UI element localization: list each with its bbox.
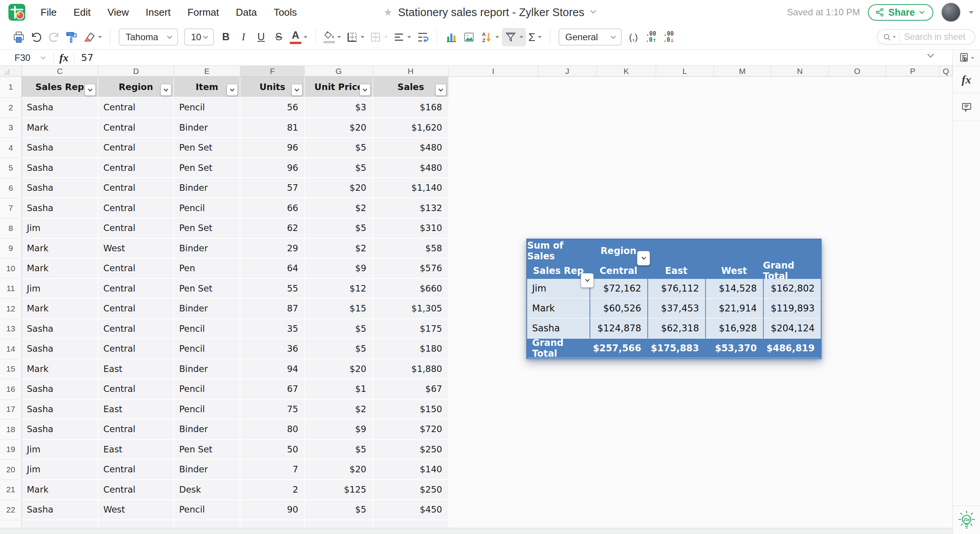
- grid-cell[interactable]: $12: [305, 279, 373, 299]
- grid-cell[interactable]: 87: [240, 299, 305, 319]
- grid-cell[interactable]: 62: [240, 218, 305, 239]
- grid-cell[interactable]: 50: [240, 440, 305, 460]
- grid-cell[interactable]: $5: [305, 500, 373, 520]
- grid-cell[interactable]: 56: [240, 98, 305, 118]
- row-header-15[interactable]: 15: [0, 359, 22, 380]
- namebox-chevron-icon[interactable]: [40, 54, 46, 61]
- grid-cell[interactable]: Mark: [22, 480, 98, 500]
- pivot-value-cell[interactable]: $204,124: [763, 319, 821, 339]
- grid-cell[interactable]: 35: [240, 319, 305, 339]
- grid-cell[interactable]: $67: [373, 379, 449, 400]
- grid-cell[interactable]: Jim: [22, 460, 98, 480]
- row-header-16[interactable]: 16: [0, 379, 22, 400]
- grid-cell[interactable]: Central: [98, 319, 174, 339]
- grid-cell[interactable]: Pencil: [174, 500, 240, 520]
- strikethrough-button[interactable]: S: [270, 28, 287, 46]
- search-input[interactable]: [900, 32, 975, 42]
- grid-cell[interactable]: 64: [240, 259, 305, 279]
- bold-button[interactable]: B: [217, 28, 235, 46]
- favorite-star-icon[interactable]: ★: [384, 7, 393, 18]
- grid-cell[interactable]: $720: [373, 419, 449, 440]
- grid-cell[interactable]: Jim: [22, 279, 98, 299]
- grid-cell[interactable]: Sasha: [22, 419, 98, 440]
- grid-cell[interactable]: Mark: [22, 359, 98, 380]
- view-options-button[interactable]: [953, 50, 980, 66]
- comments-panel-tab[interactable]: [953, 93, 980, 121]
- italic-button[interactable]: I: [235, 28, 252, 46]
- grid-cell[interactable]: 57: [240, 178, 305, 198]
- column-header-L[interactable]: L: [656, 66, 714, 76]
- column-header-N[interactable]: N: [771, 66, 829, 76]
- redo-button[interactable]: [45, 28, 63, 46]
- grid-cell[interactable]: 55: [240, 279, 305, 299]
- grid-cell[interactable]: Pen Set: [174, 138, 240, 158]
- grid-cell[interactable]: Mark: [22, 259, 98, 279]
- grid-cell[interactable]: 94: [240, 359, 305, 380]
- grid-cell[interactable]: Sasha: [22, 319, 98, 339]
- grid-cell[interactable]: Pencil: [174, 98, 240, 118]
- menu-view[interactable]: View: [108, 7, 129, 18]
- formula-input[interactable]: 57: [74, 52, 93, 63]
- grid-cell[interactable]: $150: [373, 400, 449, 420]
- grid-cell[interactable]: $1: [305, 379, 373, 400]
- grid-cell[interactable]: $576: [373, 259, 449, 279]
- row-header-6[interactable]: 6: [0, 178, 22, 198]
- grid-cell[interactable]: $20: [305, 118, 373, 138]
- grid-cell[interactable]: $2: [305, 198, 373, 219]
- grid-cell[interactable]: Central: [98, 198, 174, 219]
- grid-cell[interactable]: Binder: [174, 299, 240, 319]
- row-header-10[interactable]: 10: [0, 259, 22, 279]
- grid-cell[interactable]: Pencil: [174, 400, 240, 420]
- insert-chart-button[interactable]: [443, 28, 460, 46]
- grid-cell[interactable]: Sasha: [22, 500, 98, 520]
- column-header-I[interactable]: I: [449, 66, 538, 76]
- grid-cell[interactable]: $2: [305, 239, 373, 259]
- row-header-2[interactable]: 2: [0, 98, 22, 118]
- grid-cell[interactable]: $9: [305, 259, 373, 279]
- grid-cell[interactable]: East: [98, 440, 174, 460]
- increase-decimal-button[interactable]: .00.0↑: [642, 28, 660, 46]
- column-header-O[interactable]: O: [829, 66, 886, 76]
- table-header-item[interactable]: Item: [174, 77, 240, 98]
- grid-cell[interactable]: Pen Set: [174, 158, 240, 179]
- grid-cell[interactable]: $250: [373, 480, 449, 500]
- grid-cell[interactable]: $1,880: [373, 359, 449, 380]
- grid-cell[interactable]: Central: [98, 419, 174, 440]
- pivot-row-label[interactable]: Jim: [527, 279, 590, 299]
- grid-cell[interactable]: $5: [305, 218, 373, 239]
- grid-cell[interactable]: West: [98, 500, 174, 520]
- grid-cell[interactable]: Central: [98, 299, 174, 319]
- grid-cell[interactable]: Central: [98, 138, 174, 158]
- borders-button[interactable]: [344, 28, 367, 46]
- filter-dropdown-button[interactable]: [160, 84, 172, 96]
- grid-cell[interactable]: $175: [373, 319, 449, 339]
- row-header-19[interactable]: 19: [0, 440, 22, 460]
- row-header-13[interactable]: 13: [0, 319, 22, 339]
- grid-cell[interactable]: Sasha: [22, 98, 98, 118]
- grid-cell[interactable]: Sasha: [22, 339, 98, 359]
- grid-cell[interactable]: $20: [305, 460, 373, 480]
- grid-cell[interactable]: $140: [373, 460, 449, 480]
- pivot-value-cell[interactable]: $16,928: [705, 319, 763, 339]
- grid-cell[interactable]: Jim: [22, 218, 98, 239]
- table-header-sales-rep[interactable]: Sales Rep: [22, 77, 98, 98]
- pivot-value-cell[interactable]: $72,162: [590, 279, 647, 299]
- share-button[interactable]: Share: [868, 4, 933, 21]
- grid-cell[interactable]: Binder: [174, 460, 240, 480]
- grid-cell[interactable]: 7: [240, 460, 305, 480]
- grid-cell[interactable]: Sasha: [22, 178, 98, 198]
- sort-button[interactable]: A Z: [478, 28, 502, 46]
- grid-cell[interactable]: $5: [305, 138, 373, 158]
- grid-cell[interactable]: $1,305: [373, 299, 449, 319]
- grid-cell[interactable]: $20: [305, 178, 373, 198]
- filter-dropdown-button[interactable]: [291, 84, 302, 96]
- title-chevron-down-icon[interactable]: [590, 9, 596, 16]
- table-header-unit-price[interactable]: Unit Price: [305, 77, 373, 98]
- row-header-5[interactable]: 5: [0, 158, 22, 179]
- grid-cell[interactable]: Binder: [174, 178, 240, 198]
- grid-cell[interactable]: Pen: [174, 259, 240, 279]
- grid-cell[interactable]: West: [98, 239, 174, 259]
- number-format-select[interactable]: General: [559, 28, 622, 46]
- horizontal-align-button[interactable]: [390, 28, 414, 46]
- grid-cell[interactable]: 96: [240, 138, 305, 158]
